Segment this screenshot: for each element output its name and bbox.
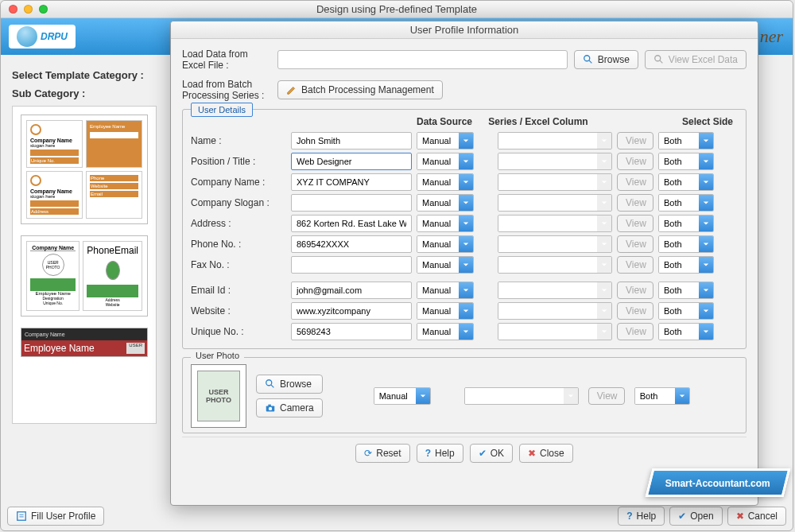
help-icon: ? bbox=[626, 511, 632, 522]
view-button: View bbox=[617, 235, 653, 253]
close-icon: ✖ bbox=[736, 511, 744, 522]
data-source-select[interactable]: Manual bbox=[417, 153, 474, 170]
field-label: Name : bbox=[191, 135, 286, 146]
select-side-select[interactable]: Both bbox=[658, 256, 714, 274]
series-select[interactable] bbox=[498, 235, 612, 253]
field-input[interactable] bbox=[291, 132, 412, 150]
left-panel: Select Template Category : Sub Category … bbox=[1, 55, 168, 530]
series-select[interactable] bbox=[498, 194, 612, 212]
select-side-select[interactable]: Both bbox=[658, 282, 714, 299]
photo-view-button: View bbox=[588, 387, 625, 405]
field-row: Company Name : Manual View Both bbox=[191, 173, 738, 191]
series-select[interactable] bbox=[498, 132, 612, 150]
photo-data-source-select[interactable]: Manual bbox=[374, 387, 431, 405]
data-source-select[interactable]: Manual bbox=[417, 194, 474, 212]
field-label: Fax No. : bbox=[191, 259, 286, 270]
series-select[interactable] bbox=[498, 153, 612, 170]
select-side-select[interactable]: Both bbox=[658, 173, 714, 191]
refresh-icon: ⟳ bbox=[364, 448, 372, 459]
col-series: Series / Excel Column bbox=[479, 116, 598, 127]
reset-button[interactable]: ⟳ Reset bbox=[355, 444, 409, 463]
svg-rect-0 bbox=[17, 512, 26, 521]
svg-line-8 bbox=[271, 385, 274, 388]
chevron-down-icon bbox=[459, 303, 473, 319]
view-button: View bbox=[617, 323, 653, 340]
col-data-source: Data Source bbox=[417, 116, 479, 127]
view-button: View bbox=[617, 194, 653, 212]
field-input[interactable] bbox=[291, 256, 412, 274]
field-row: Phone No. : Manual View Both bbox=[191, 235, 738, 253]
data-source-select[interactable]: Manual bbox=[417, 173, 474, 191]
fill-user-profile-button[interactable]: Fill User Profile bbox=[7, 507, 104, 526]
chevron-down-icon bbox=[699, 153, 713, 169]
batch-processing-button[interactable]: Batch Processing Management bbox=[277, 80, 443, 99]
data-source-select[interactable]: Manual bbox=[417, 235, 474, 253]
select-side-select[interactable]: Both bbox=[658, 235, 714, 253]
browse-excel-button[interactable]: Browse bbox=[574, 50, 638, 69]
data-source-select[interactable]: Manual bbox=[417, 132, 474, 150]
series-select[interactable] bbox=[498, 173, 612, 191]
chevron-down-icon bbox=[459, 257, 473, 273]
data-source-select[interactable]: Manual bbox=[417, 215, 474, 232]
open-button[interactable]: ✔ Open bbox=[669, 507, 722, 526]
select-side-select[interactable]: Both bbox=[658, 132, 714, 150]
field-input[interactable] bbox=[291, 194, 412, 212]
subcategory-label: Sub Category : bbox=[12, 87, 157, 99]
field-row: Position / Title : Manual View Both bbox=[191, 153, 738, 170]
data-source-select[interactable]: Manual bbox=[417, 302, 474, 320]
view-button: View bbox=[617, 302, 653, 320]
data-source-select[interactable]: Manual bbox=[417, 256, 474, 274]
template-preview-1[interactable]: Company Name slogan here Unique No. Empl… bbox=[21, 115, 148, 224]
chevron-down-icon bbox=[699, 195, 713, 211]
photo-browse-button[interactable]: Browse bbox=[256, 375, 323, 394]
field-input[interactable] bbox=[291, 215, 412, 232]
ok-button[interactable]: ✔ OK bbox=[470, 444, 513, 463]
template-preview-2[interactable]: Company Name USER PHOTO Employee Name De… bbox=[21, 235, 148, 316]
watermark: Smart-Accountant.com bbox=[649, 468, 787, 497]
select-side-select[interactable]: Both bbox=[658, 215, 714, 232]
field-input[interactable] bbox=[291, 282, 412, 299]
chevron-down-icon bbox=[459, 133, 473, 149]
field-input[interactable] bbox=[291, 153, 412, 170]
chevron-down-icon bbox=[416, 388, 430, 404]
help-button[interactable]: ? Help bbox=[618, 507, 665, 526]
edit-icon bbox=[286, 84, 297, 95]
data-source-select[interactable]: Manual bbox=[417, 282, 474, 299]
app-logo: DRPU bbox=[9, 25, 76, 49]
close-button[interactable]: ✖ Close bbox=[519, 444, 573, 463]
series-select[interactable] bbox=[498, 323, 612, 340]
photo-series-select[interactable] bbox=[464, 387, 579, 405]
series-select[interactable] bbox=[498, 256, 612, 274]
chevron-down-icon bbox=[699, 282, 713, 298]
template-preview-3[interactable]: Company Name Employee NameUSER bbox=[21, 328, 148, 357]
user-details-tab[interactable]: User Details bbox=[191, 103, 253, 117]
excel-file-input[interactable] bbox=[277, 50, 568, 69]
dialog-help-button[interactable]: ? Help bbox=[417, 444, 463, 463]
field-label: Address : bbox=[191, 218, 286, 229]
select-side-select[interactable]: Both bbox=[658, 194, 714, 212]
chevron-down-icon bbox=[459, 216, 473, 231]
category-label: Select Template Category : bbox=[12, 69, 157, 81]
data-source-select[interactable]: Manual bbox=[417, 323, 474, 340]
field-input[interactable] bbox=[291, 302, 412, 320]
select-side-select[interactable]: Both bbox=[658, 153, 714, 170]
field-input[interactable] bbox=[291, 323, 412, 340]
chevron-down-icon bbox=[459, 324, 473, 340]
series-select[interactable] bbox=[498, 282, 612, 299]
load-batch-label: Load from Batch Processing Series : bbox=[182, 79, 271, 101]
series-select[interactable] bbox=[498, 215, 612, 232]
camera-button[interactable]: Camera bbox=[256, 398, 323, 417]
chevron-down-icon bbox=[597, 324, 611, 340]
chevron-down-icon bbox=[699, 216, 713, 231]
cancel-button[interactable]: ✖ Cancel bbox=[727, 507, 786, 526]
chevron-down-icon bbox=[597, 282, 611, 298]
field-input[interactable] bbox=[291, 173, 412, 191]
template-list[interactable]: Company Name slogan here Unique No. Empl… bbox=[12, 106, 157, 424]
svg-point-5 bbox=[655, 56, 661, 61]
photo-side-select[interactable]: Both bbox=[634, 387, 690, 405]
select-side-select[interactable]: Both bbox=[658, 302, 714, 320]
series-select[interactable] bbox=[498, 302, 612, 320]
field-input[interactable] bbox=[291, 235, 412, 253]
chevron-down-icon bbox=[564, 388, 578, 404]
select-side-select[interactable]: Both bbox=[658, 323, 714, 340]
